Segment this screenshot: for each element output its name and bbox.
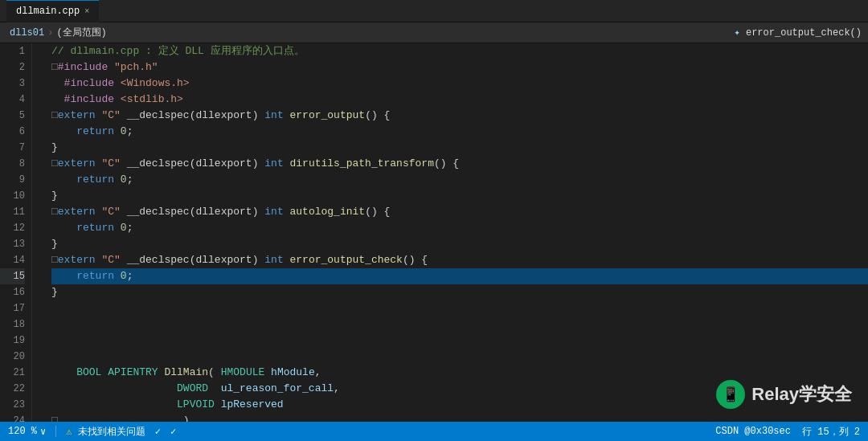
token-white: , — [315, 365, 321, 381]
cursor-position: 行 15，列 2 — [802, 425, 860, 439]
gutter-cell — [32, 333, 45, 349]
token-teal: BOOL — [76, 365, 108, 381]
token-cyan: lpReserved — [221, 397, 284, 413]
token-fn: dirutils_path_transform — [290, 156, 434, 172]
watermark-text: Relay学安全 — [751, 382, 852, 406]
warning-icon: ⚠ — [66, 427, 72, 438]
csdn-info: CSDN @0x30sec — [715, 426, 791, 437]
gutter-cell — [32, 252, 45, 268]
gutter-cell — [32, 268, 45, 284]
title-bar: dllmain.cpp × — [0, 0, 868, 22]
gutter-cell — [32, 172, 45, 188]
breadcrumb-project[interactable]: dlls01 — [6, 27, 47, 39]
code-line: } — [51, 284, 868, 300]
token-fold: □ — [51, 252, 58, 268]
gutter-cell — [32, 124, 45, 140]
token-fold: □ — [51, 156, 58, 172]
gutter-cell — [32, 140, 45, 156]
token-blue: extern — [58, 204, 102, 220]
token-white: ; — [127, 270, 133, 282]
token-blue: int — [264, 108, 289, 124]
code-line — [51, 300, 868, 316]
token-white: () { — [365, 204, 390, 220]
code-line: } — [51, 236, 868, 252]
code-line: □extern "C" __declspec(dllexport) int di… — [51, 156, 868, 172]
token-num: 0 — [121, 220, 127, 236]
ide-window: dllmain.cpp × dlls01 › (全局范围) ✦ error_ou… — [0, 0, 868, 441]
line-number: 13 — [0, 236, 25, 252]
token-blue: int — [264, 204, 289, 220]
line-number: 10 — [0, 188, 25, 204]
token-blue: int — [264, 156, 289, 172]
token-kw2: #include — [64, 76, 121, 92]
token-cyan: ul_reason_for_call — [221, 381, 334, 397]
tab-close-button[interactable]: × — [84, 7, 89, 16]
token-num: 0 — [121, 124, 127, 140]
token-kw2: #include — [58, 59, 114, 76]
token-fn: DllMain — [164, 365, 208, 381]
token-blue: return — [76, 172, 121, 188]
gutter-cell — [32, 316, 45, 333]
gutter-cell — [32, 156, 45, 172]
line-numbers: 1234567891011121314151617181920212223242… — [0, 43, 32, 422]
code-editor[interactable]: // dllmain.cpp : 定义 DLL 应用程序的入口点。□#inclu… — [45, 43, 868, 422]
gutter-cell — [32, 76, 45, 92]
code-line: return 0; — [51, 268, 868, 284]
token-white: () { — [365, 108, 390, 124]
token-blue: return — [76, 270, 121, 282]
line-number: 14 — [0, 252, 25, 268]
gutter-cell — [32, 188, 45, 204]
line-number: 1 — [0, 43, 25, 59]
token-white — [51, 270, 76, 282]
gutter-cell — [32, 300, 45, 316]
breadcrumb-scope: (全局范围) — [53, 26, 109, 39]
watermark: 📱 Relay学安全 — [716, 380, 852, 409]
line-number: 3 — [0, 76, 25, 92]
token-blue: extern — [58, 108, 102, 124]
token-num: 0 — [121, 172, 127, 188]
line-number: 8 — [0, 156, 25, 172]
gutter-column — [32, 43, 45, 422]
token-cyan: hModule — [271, 365, 315, 381]
line-number: 17 — [0, 300, 25, 316]
zoom-level[interactable]: 120 % ∨ — [8, 426, 46, 438]
warning-indicator[interactable]: ⚠ 未找到相关问题 — [66, 425, 145, 439]
token-white: , — [334, 381, 340, 397]
token-blue: int — [264, 252, 289, 268]
token-white: ; — [127, 124, 133, 140]
token-blue: extern — [58, 156, 102, 172]
gutter-cell — [32, 92, 45, 108]
token-str: "pch.h" — [114, 59, 158, 76]
token-white: __declspec(dllexport) — [127, 108, 265, 124]
token-white: } — [51, 236, 58, 252]
status-bar: 120 % ∨ ⚠ 未找到相关问题 ✓ ✓ CSDN @0x30sec 行 15… — [0, 422, 868, 441]
line-number: 5 — [0, 108, 25, 124]
code-line: #include <stdlib.h> — [51, 92, 868, 108]
code-line: □extern "C" __declspec(dllexport) int er… — [51, 252, 868, 268]
token-white: __declspec(dllexport) — [127, 156, 265, 172]
line-number: 9 — [0, 172, 25, 188]
code-line — [51, 349, 868, 365]
gutter-cell — [32, 365, 45, 381]
token-teal: APIENTRY — [108, 365, 164, 381]
line-number: 20 — [0, 349, 25, 365]
line-number: 16 — [0, 284, 25, 300]
token-white: __declspec(dllexport) — [127, 252, 265, 268]
gutter-cell — [32, 59, 45, 76]
line-number: 6 — [0, 124, 25, 140]
active-tab[interactable]: dllmain.cpp × — [6, 0, 99, 22]
token-white: () { — [403, 252, 428, 268]
code-line: BOOL APIENTRY DllMain( HMODULE hModule, — [51, 365, 868, 381]
token-white — [51, 365, 76, 381]
tab-filename: dllmain.cpp — [16, 6, 80, 17]
gutter-cell — [32, 204, 45, 220]
token-white: () { — [434, 156, 459, 172]
gutter-cell — [32, 43, 45, 59]
token-teal: HMODULE — [221, 365, 271, 381]
token-inc: <Windows.h> — [121, 76, 190, 92]
token-white — [51, 220, 76, 236]
token-white — [51, 172, 76, 188]
token-white: ( — [208, 365, 221, 381]
token-inc: <stdlib.h> — [121, 92, 183, 108]
token-white: ; — [127, 172, 133, 188]
